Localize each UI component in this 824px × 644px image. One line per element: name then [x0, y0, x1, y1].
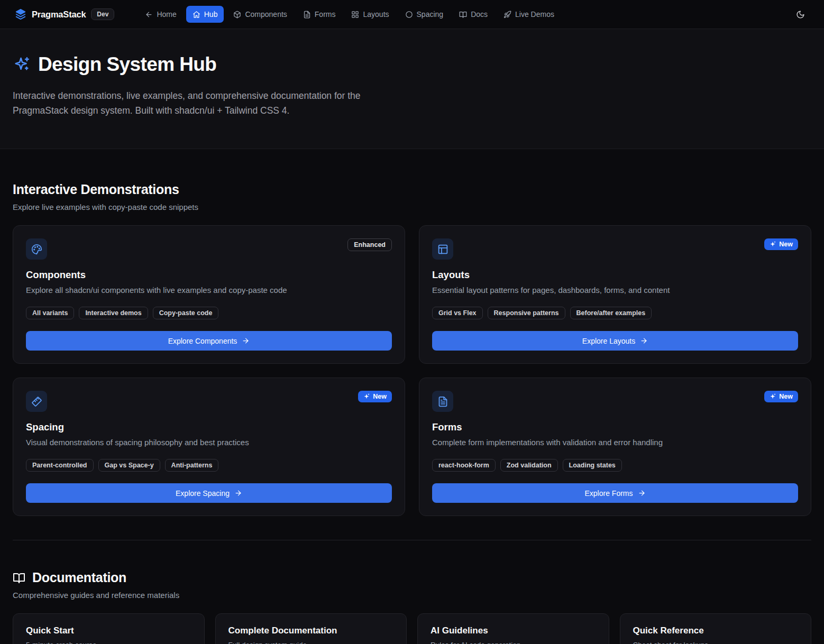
- nav-item-spacing[interactable]: Spacing: [399, 6, 450, 23]
- tag: Interactive demos: [79, 307, 148, 319]
- documentation-grid: Quick Start 5-minute crash course Comple…: [13, 613, 811, 644]
- nav-menu: Home Hub Components Forms Layouts: [139, 6, 561, 23]
- card-title: Forms: [432, 421, 798, 433]
- doc-card-quick-start[interactable]: Quick Start 5-minute crash course: [13, 613, 205, 644]
- nav-item-label: Layouts: [363, 10, 389, 19]
- demo-card-spacing: New Spacing Visual demonstrations of spa…: [13, 378, 405, 516]
- status-badge: New: [764, 238, 798, 250]
- sparkle-icon: [363, 393, 370, 400]
- brand[interactable]: PragmaStack Dev: [15, 8, 114, 20]
- tag-list: react-hook-form Zod validation Loading s…: [432, 459, 798, 472]
- box-icon: [233, 11, 241, 19]
- navbar: PragmaStack Dev Home Hub Components Fo: [0, 0, 824, 29]
- tag: Loading states: [563, 459, 622, 472]
- demos-section-subtitle: Explore live examples with copy-paste co…: [13, 203, 811, 211]
- brand-name: PragmaStack: [32, 10, 86, 20]
- button-label: Explore Components: [168, 337, 237, 345]
- arrow-right-icon: [242, 337, 250, 345]
- tag: Responsive patterns: [488, 307, 565, 319]
- doc-card-complete-documentation[interactable]: Complete Documentation Full design syste…: [215, 613, 407, 644]
- tag: Anti-patterns: [165, 459, 219, 472]
- nav-item-label: Docs: [471, 10, 488, 19]
- nav-item-label: Components: [245, 10, 287, 19]
- arrow-right-icon: [234, 489, 242, 497]
- circle-icon: [405, 11, 413, 19]
- card-description: Complete form implementations with valid…: [432, 438, 798, 447]
- file-text-icon: [303, 11, 311, 19]
- tag: react-hook-form: [432, 459, 496, 472]
- ruler-icon: [26, 391, 47, 412]
- badge-label: New: [779, 393, 793, 400]
- tag: Parent-controlled: [26, 459, 94, 472]
- nav-item-hub[interactable]: Hub: [186, 6, 224, 23]
- palette-icon: [26, 238, 47, 260]
- doc-card-quick-reference[interactable]: Quick Reference Cheat sheet for lookups: [620, 613, 812, 644]
- tag: All variants: [26, 307, 74, 319]
- badge-label: New: [373, 393, 387, 400]
- demo-card-forms: New Forms Complete form implementations …: [419, 378, 811, 516]
- dev-badge: Dev: [91, 8, 114, 20]
- tag: Copy-paste code: [153, 307, 219, 319]
- tag-list: Parent-controlled Gap vs Space-y Anti-pa…: [26, 459, 392, 472]
- demos-section: Interactive Demonstrations Explore live …: [13, 149, 811, 516]
- explore-forms-button[interactable]: Explore Forms: [432, 483, 798, 503]
- sparkles-icon: [13, 56, 31, 73]
- doc-card-title: AI Guidelines: [431, 625, 596, 636]
- arrow-right-icon: [638, 489, 646, 497]
- explore-layouts-button[interactable]: Explore Layouts: [432, 331, 798, 351]
- button-label: Explore Spacing: [176, 489, 230, 498]
- hero-section: Design System Hub Interactive demonstrat…: [0, 29, 824, 149]
- demos-section-title: Interactive Demonstrations: [13, 182, 811, 197]
- tag: Gap vs Space-y: [98, 459, 160, 472]
- doc-card-description: Full design system guide: [228, 641, 394, 644]
- demo-card-layouts: New Layouts Essential layout patterns fo…: [419, 225, 811, 364]
- nav-item-components[interactable]: Components: [227, 6, 293, 23]
- page-title: Design System Hub: [38, 53, 216, 76]
- doc-card-title: Quick Start: [26, 625, 191, 636]
- nav-item-docs[interactable]: Docs: [453, 6, 494, 23]
- badge-label: New: [779, 241, 793, 248]
- explore-components-button[interactable]: Explore Components: [26, 331, 392, 351]
- doc-card-ai-guidelines[interactable]: AI Guidelines Rules for AI code generati…: [417, 613, 609, 644]
- tag-list: All variants Interactive demos Copy-past…: [26, 307, 392, 319]
- nav-item-home[interactable]: Home: [139, 6, 182, 23]
- layout-grid-icon: [351, 11, 359, 19]
- nav-item-label: Hub: [204, 10, 218, 19]
- nav-item-label: Live Demos: [515, 10, 554, 19]
- status-badge: Enhanced: [347, 238, 392, 251]
- documentation-section-title: Documentation: [32, 570, 126, 585]
- file-text-icon: [432, 391, 453, 412]
- button-label: Explore Layouts: [582, 337, 635, 345]
- book-open-icon: [13, 572, 25, 584]
- layers-logo-icon: [15, 8, 26, 20]
- tag: Grid vs Flex: [432, 307, 483, 319]
- doc-card-description: Cheat sheet for lookups: [633, 641, 799, 644]
- doc-card-description: Rules for AI code generation: [431, 641, 596, 644]
- arrow-right-icon: [640, 337, 648, 345]
- nav-item-label: Home: [157, 10, 176, 19]
- card-description: Essential layout patterns for pages, das…: [432, 286, 798, 295]
- house-icon: [193, 11, 200, 19]
- nav-item-forms[interactable]: Forms: [297, 6, 342, 23]
- nav-item-label: Forms: [315, 10, 336, 19]
- button-label: Explore Forms: [584, 489, 633, 498]
- doc-card-title: Complete Documentation: [228, 625, 394, 636]
- sparkle-icon: [770, 241, 776, 247]
- tag: Zod validation: [500, 459, 558, 472]
- documentation-section: Documentation Comprehensive guides and r…: [13, 540, 811, 644]
- status-badge: New: [764, 391, 798, 402]
- tag: Before/after examples: [570, 307, 652, 319]
- nav-item-layouts[interactable]: Layouts: [345, 6, 395, 23]
- demo-card-components: Enhanced Components Explore all shadcn/u…: [13, 225, 405, 364]
- card-title: Spacing: [26, 421, 392, 433]
- page-subtitle: Interactive demonstrations, live example…: [13, 88, 415, 118]
- arrow-left-icon: [145, 11, 153, 19]
- rocket-icon: [503, 11, 511, 19]
- layout-panel-icon: [432, 238, 453, 260]
- theme-toggle-button[interactable]: [792, 6, 809, 23]
- explore-spacing-button[interactable]: Explore Spacing: [26, 483, 392, 503]
- card-title: Components: [26, 269, 392, 281]
- nav-item-live-demos[interactable]: Live Demos: [497, 6, 561, 23]
- moon-icon: [796, 10, 805, 19]
- card-title: Layouts: [432, 269, 798, 281]
